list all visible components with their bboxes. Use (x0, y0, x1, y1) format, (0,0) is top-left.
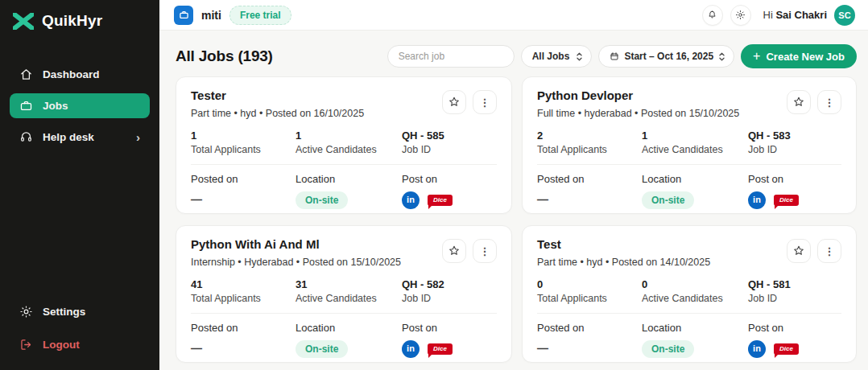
job-stats: 41Total Applicants 31Active Candidates Q… (191, 278, 497, 314)
posted-on-value: — (537, 193, 642, 206)
job-meta: Part time • hyd • Posted on 14/10/2025 (537, 257, 710, 268)
stat-label: Active Candidates (296, 293, 402, 304)
job-footer: Posted on— LocationOn-site Post on in Di… (537, 322, 841, 358)
stat-label: Total Applicants (537, 144, 642, 155)
linkedin-icon[interactable]: in (748, 340, 766, 358)
favorite-button[interactable] (787, 90, 811, 114)
stat-label: Total Applicants (191, 293, 296, 304)
stat-label: Active Candidates (642, 293, 748, 304)
logo-text: QuikHyr (42, 12, 102, 30)
free-trial-badge: Free trial (229, 6, 291, 25)
star-icon (792, 96, 805, 109)
org-name: miti (201, 9, 221, 22)
stat-label: Job ID (402, 293, 497, 304)
dice-icon[interactable]: Dice (428, 343, 453, 356)
jobs-toolbar: All Jobs (193) All Jobs Start – (176, 43, 857, 70)
kebab-icon: ⋮ (480, 97, 490, 108)
sidebar-item-dashboard[interactable]: Dashboard (10, 62, 150, 87)
post-on-label: Post on (748, 322, 841, 334)
toolbar-controls: All Jobs Start – Oct 16, 2025 (387, 44, 857, 68)
logo: QuikHyr (0, 0, 159, 38)
kebab-icon: ⋮ (825, 246, 835, 257)
posted-on-label: Posted on (537, 322, 642, 334)
stat-value: QH - 581 (748, 278, 841, 290)
create-new-job-button[interactable]: + Create New Job (741, 44, 857, 68)
more-options-button[interactable]: ⋮ (473, 239, 497, 263)
sidebar-item-jobs[interactable]: Jobs (10, 93, 150, 118)
post-on-label: Post on (748, 173, 841, 185)
sidebar-item-label: Jobs (43, 100, 68, 112)
location-label: Location (296, 173, 402, 185)
sidebar: QuikHyr Dashboard Jobs (0, 0, 159, 370)
job-meta: Internship • Hyderabad • Posted on 15/10… (191, 257, 401, 268)
sidebar-item-logout[interactable]: Logout (10, 332, 150, 357)
job-meta: Full time • hyderabad • Posted on 15/10/… (537, 108, 739, 119)
stat-value: QH - 585 (402, 130, 497, 142)
plus-icon: + (753, 50, 760, 63)
stat-value: 41 (191, 278, 296, 290)
location-label: Location (642, 322, 748, 334)
job-card-tester: Tester Part time • hyd • Posted on 16/10… (176, 76, 512, 214)
dice-icon[interactable]: Dice (428, 195, 453, 207)
date-range-value: Start – Oct 16, 2025 (624, 51, 713, 62)
star-icon (448, 96, 461, 109)
stat-value: 1 (191, 130, 296, 142)
job-stats: 1Total Applicants 1Active Candidates QH … (191, 130, 497, 165)
job-card-python-ai-ml: Python With Ai And Ml Internship • Hyder… (176, 225, 512, 363)
briefcase-icon (19, 99, 33, 113)
linkedin-icon[interactable]: in (748, 191, 766, 209)
gear-icon (19, 305, 33, 319)
favorite-button[interactable] (787, 239, 811, 263)
star-icon (792, 245, 805, 257)
search-input[interactable] (387, 45, 515, 68)
stat-value: QH - 583 (748, 130, 841, 142)
date-range-picker[interactable]: Start – Oct 16, 2025 (598, 45, 734, 68)
calendar-icon (610, 51, 619, 61)
topbar: miti Free trial Hi Sai Chakri SC (159, 0, 868, 31)
stat-value: 2 (537, 130, 642, 142)
chevron-right-icon: › (136, 131, 140, 143)
job-footer: Posted on— LocationOn-site Post on in Di… (537, 173, 841, 209)
job-title: Python With Ai And Ml (191, 237, 401, 251)
avatar[interactable]: SC (834, 5, 855, 26)
jobs-filter-dropdown[interactable]: All Jobs (521, 45, 593, 68)
kebab-icon: ⋮ (480, 246, 490, 257)
headset-icon (19, 130, 33, 144)
stat-value: 1 (642, 130, 748, 142)
more-options-button[interactable]: ⋮ (817, 239, 841, 263)
location-label: Location (642, 173, 748, 185)
job-stats: 0Total Applicants 0Active Candidates QH … (537, 278, 841, 314)
quikhyr-logo-icon (13, 13, 34, 30)
sidebar-item-help-desk[interactable]: Help desk › (10, 125, 150, 150)
sort-arrows-icon (576, 51, 583, 62)
posted-on-label: Posted on (191, 173, 296, 185)
settings-button[interactable] (730, 5, 751, 26)
posted-on-label: Posted on (537, 173, 642, 185)
linkedin-icon[interactable]: in (402, 340, 420, 358)
favorite-button[interactable] (442, 239, 466, 263)
more-options-button[interactable]: ⋮ (473, 90, 497, 114)
linkedin-icon[interactable]: in (402, 191, 420, 209)
job-title: Test (537, 237, 710, 251)
job-cards-grid: Tester Part time • hyd • Posted on 16/10… (176, 76, 857, 363)
sidebar-nav: Dashboard Jobs Help desk › (0, 62, 159, 150)
job-title: Python Devloper (537, 88, 739, 102)
org-briefcase-icon (174, 6, 193, 25)
stat-value: 0 (537, 278, 642, 290)
job-card-test: Test Part time • hyd • Posted on 14/10/2… (522, 225, 857, 363)
stat-value: QH - 582 (402, 278, 497, 290)
more-options-button[interactable]: ⋮ (817, 90, 841, 114)
sidebar-item-label: Help desk (43, 131, 94, 143)
location-badge: On-site (296, 191, 348, 209)
favorite-button[interactable] (442, 90, 466, 114)
dice-icon[interactable]: Dice (774, 343, 799, 356)
logout-icon (19, 338, 33, 352)
posted-on-label: Posted on (191, 322, 296, 334)
create-new-job-label: Create New Job (766, 51, 845, 63)
posted-on-value: — (191, 342, 296, 355)
stat-label: Job ID (748, 293, 841, 304)
sidebar-item-settings[interactable]: Settings (10, 299, 150, 324)
notifications-button[interactable] (702, 5, 723, 26)
job-footer: Posted on— LocationOn-site Post on in Di… (191, 322, 497, 358)
dice-icon[interactable]: Dice (774, 195, 799, 207)
